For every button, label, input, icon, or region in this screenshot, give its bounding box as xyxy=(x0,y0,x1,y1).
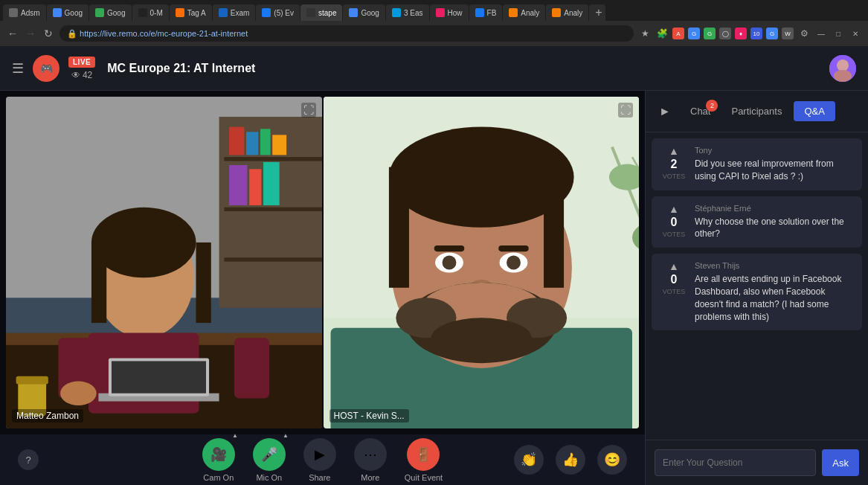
video-scene-left xyxy=(6,97,322,428)
top-bar-right xyxy=(829,55,856,82)
video-panel-left: ⛶ Matteo Zambon xyxy=(6,97,322,428)
quit-icon: 🚪 xyxy=(407,438,440,471)
tab-adsm[interactable]: Adsm xyxy=(3,4,46,21)
vote-up-1[interactable]: ▲ xyxy=(669,146,679,156)
share-button[interactable]: ▶ Share xyxy=(303,438,336,482)
star-button[interactable]: ★ xyxy=(638,27,652,40)
svg-rect-11 xyxy=(260,129,271,155)
menu-button[interactable]: ☰ xyxy=(12,60,24,77)
quit-event-button[interactable]: 🚪 Quit Event xyxy=(405,438,443,482)
minimize-icon[interactable]: — xyxy=(814,27,828,40)
question-input-area: Ask xyxy=(646,440,868,485)
mic-on-button[interactable]: 🎤 Mic On xyxy=(253,438,286,482)
close-icon[interactable]: ✕ xyxy=(849,27,862,40)
votes-label-3: Votes xyxy=(663,288,686,295)
browser-toolbar: ← → ↻ 🔒 https://live.remo.co/e/mc-europe… xyxy=(0,21,868,46)
ext-3[interactable]: G xyxy=(704,28,716,39)
vote-up-3[interactable]: ▲ xyxy=(669,261,679,272)
fullscreen-btn-left[interactable]: ⛶ xyxy=(301,103,316,118)
extension-puzzle[interactable]: 🧩 xyxy=(655,27,669,40)
qa-content: ▲ 2 Votes Tony Did you see real improvem… xyxy=(646,132,868,440)
svg-rect-12 xyxy=(272,135,286,155)
settings-icon[interactable]: ⚙ xyxy=(797,27,811,40)
ask-button[interactable]: Ask xyxy=(822,449,859,476)
thumbsup-reaction-button[interactable]: 👍 xyxy=(556,445,585,475)
clap-reaction-button[interactable]: 👏 xyxy=(514,445,544,475)
tab-goog3[interactable]: Goog xyxy=(343,4,385,21)
live-badge: LIVE xyxy=(68,57,95,68)
quit-label: Quit Event xyxy=(405,473,443,482)
maximize-icon[interactable]: □ xyxy=(832,27,845,40)
tab-5ev[interactable]: (5) Ev xyxy=(256,4,300,21)
share-icon: ▶ xyxy=(303,438,336,471)
viewer-number: 42 xyxy=(83,70,92,80)
ext-6[interactable]: G xyxy=(766,28,778,39)
tab-new[interactable]: + xyxy=(589,4,605,21)
reaction-buttons: 👏 👍 😊 xyxy=(514,445,627,475)
panel-collapse-button[interactable]: ► xyxy=(655,101,675,122)
question-card-1: ▲ 2 Votes Tony Did you see real improvem… xyxy=(652,138,862,190)
tab-active[interactable]: stape xyxy=(300,4,342,21)
browser-chrome: Adsm Goog Goog 0-M Tag A Exam (5) Ev sta… xyxy=(0,0,868,46)
tab-fb[interactable]: FB xyxy=(469,4,503,21)
tab-exam[interactable]: Exam xyxy=(213,4,256,21)
tab-analy2[interactable]: Analy xyxy=(546,4,588,21)
vote-up-2[interactable]: ▲ xyxy=(669,204,679,214)
cam-arrow-icon[interactable]: ▲ xyxy=(232,432,238,439)
ext-1[interactable]: A xyxy=(672,28,684,39)
viewer-count: 👁 42 xyxy=(71,70,92,80)
ext-notification[interactable]: 10 xyxy=(750,28,762,39)
share-label: Share xyxy=(309,473,330,482)
browser-tabs: Adsm Goog Goog 0-M Tag A Exam (5) Ev sta… xyxy=(0,0,868,21)
svg-point-47 xyxy=(507,256,521,270)
tab-how[interactable]: How xyxy=(430,4,469,21)
ext-4[interactable]: ◯ xyxy=(719,28,731,39)
control-bar: ? 🎥 Cam On ▲ 🎤 Mic On ▲ ▶ xyxy=(0,434,645,485)
mic-arrow-icon[interactable]: ▲ xyxy=(283,432,289,439)
smile-reaction-button[interactable]: 😊 xyxy=(597,445,627,475)
question-card-3: ▲ 0 Votes Steven Thijs Are all events en… xyxy=(652,254,862,330)
question-card-2: ▲ 0 Votes Stéphanie Erné Why choose the … xyxy=(652,196,862,248)
tab-goog2[interactable]: Goog xyxy=(89,4,131,21)
ext-5[interactable]: ♦ xyxy=(735,28,747,39)
tab-0m[interactable]: 0-M xyxy=(132,4,169,21)
tab-qa[interactable]: Q&A xyxy=(794,101,835,121)
ext-7[interactable]: W xyxy=(782,28,794,39)
svg-rect-6 xyxy=(224,157,321,161)
mic-btn-wrapper: 🎤 Mic On ▲ xyxy=(253,438,286,482)
refresh-button[interactable]: ↻ xyxy=(42,27,55,40)
svg-point-25 xyxy=(60,381,97,405)
forward-button[interactable]: → xyxy=(24,27,37,40)
help-button[interactable]: ? xyxy=(18,449,39,470)
svg-rect-55 xyxy=(498,245,529,251)
tab-analy1[interactable]: Analy xyxy=(503,4,545,21)
svg-point-45 xyxy=(442,256,456,270)
votes-label-2: Votes xyxy=(663,231,686,238)
svg-rect-15 xyxy=(263,162,280,205)
vote-section-3: ▲ 0 Votes xyxy=(660,261,687,323)
tab-chat[interactable]: Chat 2 xyxy=(681,101,719,121)
speaker-name-left: Matteo Zambon xyxy=(12,409,83,423)
svg-point-1 xyxy=(837,60,849,71)
svg-rect-54 xyxy=(434,245,464,251)
address-bar[interactable]: 🔒 https://live.remo.co/e/mc-europe-21-at… xyxy=(60,25,634,42)
question-input[interactable] xyxy=(655,449,816,476)
speaker-name-right: HOST - Kevin S... xyxy=(329,409,409,423)
ext-2[interactable]: G xyxy=(688,28,700,39)
qa-text-1: Did you see real improvement from using … xyxy=(695,158,853,183)
qa-body-1: Tony Did you see real improvement from u… xyxy=(695,146,853,183)
svg-rect-13 xyxy=(229,165,247,205)
back-button[interactable]: ← xyxy=(6,27,19,40)
svg-point-2 xyxy=(834,70,852,82)
user-avatar[interactable] xyxy=(829,55,856,82)
more-button[interactable]: ⋯ More xyxy=(354,438,387,482)
tab-goog1[interactable]: Goog xyxy=(47,4,89,21)
qa-body-3: Steven Thijs Are all events ending up in… xyxy=(695,261,853,323)
fullscreen-btn-right[interactable]: ⛶ xyxy=(618,103,633,118)
tab-taga[interactable]: Tag A xyxy=(170,4,212,21)
cam-on-button[interactable]: 🎥 Cam On xyxy=(202,438,235,482)
tab-participants[interactable]: Participants xyxy=(722,101,791,121)
tab-3eas[interactable]: 3 Eas xyxy=(386,4,429,21)
vote-section-1: ▲ 2 Votes xyxy=(660,146,687,183)
svg-rect-30 xyxy=(16,376,48,385)
